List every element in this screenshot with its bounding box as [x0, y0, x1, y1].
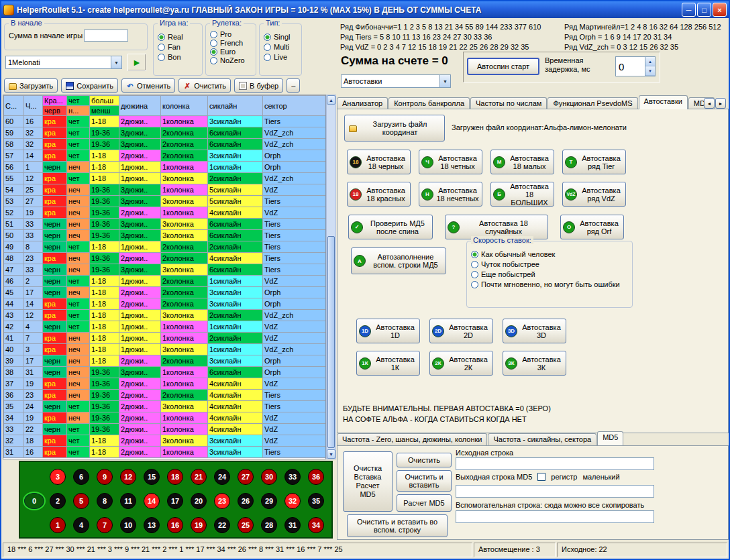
roulette-option[interactable]: Euro: [210, 48, 252, 56]
board-number-11[interactable]: 11: [120, 493, 136, 509]
board-number-18[interactable]: 18: [167, 469, 183, 485]
roulette-option[interactable]: French: [210, 39, 252, 47]
mode-select[interactable]: Автоставки ▼: [341, 74, 451, 88]
game-on-option[interactable]: Bon: [158, 53, 198, 61]
autospin-start-button[interactable]: Автоспин старт: [467, 58, 539, 75]
speed-option[interactable]: Еще побыстрей: [471, 270, 628, 278]
board-number-32[interactable]: 32: [284, 493, 301, 509]
board-number-31[interactable]: 31: [284, 517, 301, 533]
tab-Частоты по числам[interactable]: Частоты по числам: [470, 97, 547, 109]
type-option[interactable]: Singl: [264, 33, 297, 41]
profile-select[interactable]: 1Melonati ▼: [5, 56, 122, 69]
autobet-button[interactable]: 2DАвтоставка 2D: [429, 319, 493, 343]
speed-option[interactable]: Чуток побыстрее: [471, 260, 628, 268]
autobet-button[interactable]: ✓Проверить МД5 после спина: [348, 215, 433, 239]
autobet-button[interactable]: ААвтозаполнение вспом. строки МД5: [351, 247, 446, 274]
board-number-4[interactable]: 4: [73, 517, 89, 533]
game-on-option[interactable]: Fan: [158, 43, 198, 51]
board-number-24[interactable]: 24: [214, 469, 230, 485]
toolbar-button[interactable]: ↶Отменить: [121, 78, 175, 93]
board-number-9[interactable]: 9: [97, 469, 113, 485]
md5-clear-button[interactable]: Очистить: [397, 453, 452, 467]
tab-Функционал PsevdoMS[interactable]: Функционал PsevdoMS: [548, 97, 637, 109]
maximize-button[interactable]: □: [697, 3, 711, 17]
speed-option[interactable]: Как обычный человек: [471, 250, 628, 258]
table-scrollbar[interactable]: ▲ ▼: [326, 95, 336, 459]
toolbar-button[interactable]: В буфер: [234, 78, 283, 93]
autobet-button[interactable]: МАвтоставка 18 малых: [490, 150, 554, 174]
board-number-34[interactable]: 34: [308, 517, 324, 533]
board-number-17[interactable]: 17: [167, 493, 183, 509]
tab-Контроль банкролла[interactable]: Контроль банкролла: [388, 97, 470, 109]
board-number-30[interactable]: 30: [261, 469, 277, 485]
autobet-button[interactable]: 2КАвтоставка 2К: [429, 351, 493, 376]
board-number-35[interactable]: 35: [308, 493, 324, 509]
chevron-down-icon[interactable]: ▼: [111, 56, 121, 68]
md5-calc-button[interactable]: Расчет MD5: [397, 494, 452, 512]
game-on-option[interactable]: Real: [158, 33, 198, 41]
board-number-15[interactable]: 15: [144, 469, 160, 485]
board-number-21[interactable]: 21: [191, 469, 207, 485]
start-sum-input[interactable]: [84, 30, 128, 42]
board-number-20[interactable]: 20: [191, 493, 207, 509]
tab-scroll-left-icon[interactable]: ◄: [704, 98, 715, 109]
board-number-13[interactable]: 13: [144, 517, 160, 533]
spin-up-icon[interactable]: ▲: [645, 57, 655, 66]
autobet-button[interactable]: 1КАвтоставка 1К: [356, 351, 420, 376]
board-number-5[interactable]: 5: [73, 493, 89, 509]
play-button[interactable]: ►: [127, 54, 146, 71]
board-number-28[interactable]: 28: [261, 517, 277, 533]
board-number-22[interactable]: 22: [214, 517, 230, 533]
delay-input[interactable]: [616, 57, 645, 76]
md5-clear-paste-aux-button[interactable]: Очистить и вставить во вспом. строку: [347, 514, 448, 537]
tab-Анализатор[interactable]: Анализатор: [337, 97, 388, 109]
autobet-button[interactable]: 18Автоставка 18 красных: [347, 182, 411, 207]
speed-option[interactable]: Почти мгновенно, но могут быть ошибки: [471, 280, 628, 288]
board-number-10[interactable]: 10: [120, 517, 136, 533]
board-number-27[interactable]: 27: [238, 469, 254, 485]
tab-Автоставки[interactable]: Автоставки: [639, 95, 688, 109]
autobet-button[interactable]: OАвтоставка ряд Orf: [560, 215, 624, 239]
md5-clear-paste-button[interactable]: Очистить и вставить: [397, 470, 452, 492]
board-number-33[interactable]: 33: [284, 469, 301, 485]
type-option[interactable]: Live: [264, 53, 297, 61]
autobet-button[interactable]: НАвтоставка 18 нечетных: [419, 182, 482, 207]
autobet-button[interactable]: 1DАвтоставка 1D: [356, 319, 420, 343]
board-number-6[interactable]: 6: [73, 469, 89, 485]
bottom-tab-Частота - сиклайны, сектора[interactable]: Частота - сиклайны, сектора: [488, 433, 596, 445]
board-number-29[interactable]: 29: [261, 493, 277, 509]
scroll-down-icon[interactable]: ▼: [327, 449, 335, 459]
roulette-option[interactable]: Pro: [210, 30, 252, 38]
source-string-input[interactable]: [456, 457, 654, 470]
board-number-16[interactable]: 16: [167, 517, 183, 533]
bottom-tab-MD5[interactable]: MD5: [597, 431, 623, 445]
scroll-up-icon[interactable]: ▲: [327, 95, 335, 105]
aux-string-input[interactable]: [456, 510, 654, 523]
board-number-26[interactable]: 26: [238, 493, 254, 509]
board-number-1[interactable]: 1: [50, 517, 66, 533]
register-checkbox[interactable]: [537, 473, 545, 481]
scrollbar-thumb[interactable]: [327, 236, 335, 448]
toolbar-button[interactable]: Сохранить: [61, 78, 118, 93]
board-number-12[interactable]: 12: [120, 469, 136, 485]
output-string-input[interactable]: [456, 485, 654, 498]
autobet-button[interactable]: 3DАвтоставка 3D: [503, 319, 566, 343]
load-coordinates-button[interactable]: Загрузить файл координат: [344, 115, 445, 142]
toolbar-button[interactable]: Загрузить: [4, 78, 58, 93]
board-number-14[interactable]: 14: [144, 493, 160, 509]
board-number-0[interactable]: 0: [24, 493, 44, 509]
board-number-3[interactable]: 3: [50, 469, 66, 485]
md5-master-button[interactable]: Очистка Вставка Расчет MD5: [343, 451, 393, 512]
close-button[interactable]: ×: [713, 3, 727, 17]
autobet-button[interactable]: VdZАвтоставка ряд VdZ: [562, 182, 626, 207]
board-number-19[interactable]: 19: [191, 517, 207, 533]
autobet-button[interactable]: ЧАвтоставка 18 четных: [419, 150, 482, 174]
board-number-36[interactable]: 36: [308, 469, 324, 485]
spin-down-icon[interactable]: ▼: [645, 66, 655, 76]
board-number-23[interactable]: 23: [214, 493, 230, 509]
bottom-tab-Частота - Zero, шансы, дюжины, колонки[interactable]: Частота - Zero, шансы, дюжины, колонки: [337, 433, 487, 445]
autobet-button[interactable]: ТАвтоставка ряд Tier: [562, 150, 626, 174]
board-number-2[interactable]: 2: [50, 493, 66, 509]
minimize-button[interactable]: ─: [682, 3, 696, 17]
board-number-8[interactable]: 8: [97, 493, 113, 509]
